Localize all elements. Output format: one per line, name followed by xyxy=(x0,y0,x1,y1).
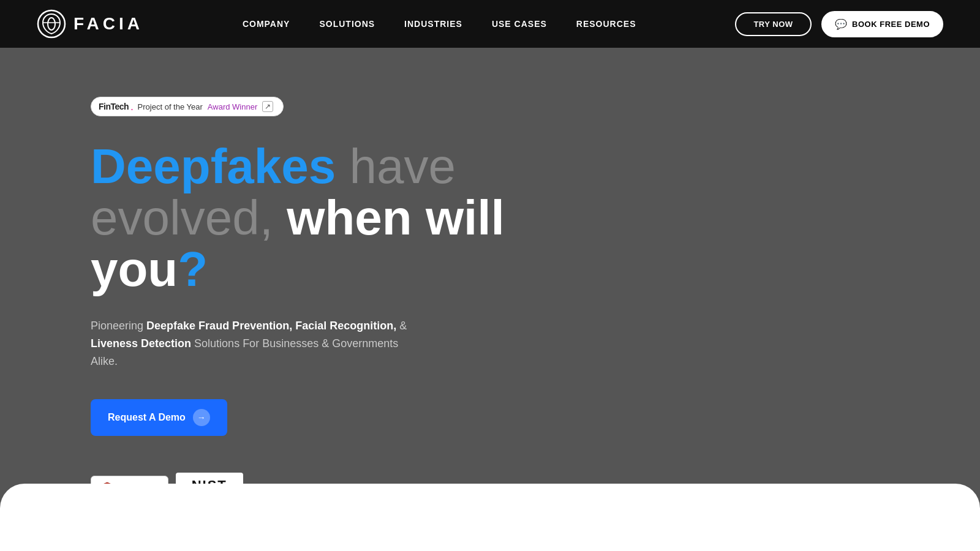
award-prefix: Project of the Year xyxy=(138,102,203,111)
hero-section: FinTech • Project of the Year Award Winn… xyxy=(0,48,980,551)
book-demo-button[interactable]: 💬 BOOK FREE DEMO xyxy=(821,11,943,37)
award-winner-link[interactable]: Award Winner xyxy=(208,102,257,111)
navbar: FACIA COMPANY SOLUTIONS INDUSTRIES USE C… xyxy=(0,0,980,48)
fintech-logo: FinTech • xyxy=(99,102,133,111)
nav-buttons: TRY NOW 💬 BOOK FREE DEMO xyxy=(735,11,943,37)
heading-you: you xyxy=(91,242,178,296)
nav-industries[interactable]: INDUSTRIES xyxy=(404,19,462,29)
chat-icon: 💬 xyxy=(835,18,848,30)
hero-subtitle: Pioneering Deepfake Fraud Prevention, Fa… xyxy=(91,317,409,370)
heading-evolved: evolved, xyxy=(91,190,273,245)
fintech-brand: FinTech xyxy=(99,102,129,111)
subtitle-bold2: Liveness Detection xyxy=(91,337,191,350)
nav-resources[interactable]: RESOURCES xyxy=(576,19,636,29)
request-demo-button[interactable]: Request A Demo → xyxy=(91,399,227,436)
nav-company[interactable]: COMPANY xyxy=(243,19,290,29)
subtitle-prefix: Pioneering xyxy=(91,320,146,332)
heading-have: have xyxy=(336,139,456,193)
nav-use-cases[interactable]: USE CASES xyxy=(492,19,547,29)
subtitle-amp: & xyxy=(399,320,407,332)
logo[interactable]: FACIA xyxy=(37,9,143,39)
heading-question: ? xyxy=(178,242,208,296)
svg-point-1 xyxy=(48,18,55,30)
subtitle-bold1: Deepfake Fraud Prevention, Facial Recogn… xyxy=(146,320,396,332)
logo-text: FACIA xyxy=(74,14,143,34)
cta-label: Request A Demo xyxy=(108,412,186,423)
heading-when-will: when will xyxy=(287,190,505,245)
try-now-button[interactable]: TRY NOW xyxy=(735,12,811,36)
award-badge: FinTech • Project of the Year Award Winn… xyxy=(91,97,284,116)
cta-arrow-icon: → xyxy=(193,409,210,426)
nav-solutions[interactable]: SOLUTIONS xyxy=(319,19,375,29)
nav-links: COMPANY SOLUTIONS INDUSTRIES USE CASES R… xyxy=(243,19,636,29)
logo-icon xyxy=(37,9,66,39)
bottom-section xyxy=(0,484,980,551)
award-arrow-icon: ↗ xyxy=(262,101,273,112)
heading-deepfakes: Deepfakes xyxy=(91,139,336,193)
hero-heading: Deepfakes have evolved, when will you? xyxy=(91,141,519,295)
